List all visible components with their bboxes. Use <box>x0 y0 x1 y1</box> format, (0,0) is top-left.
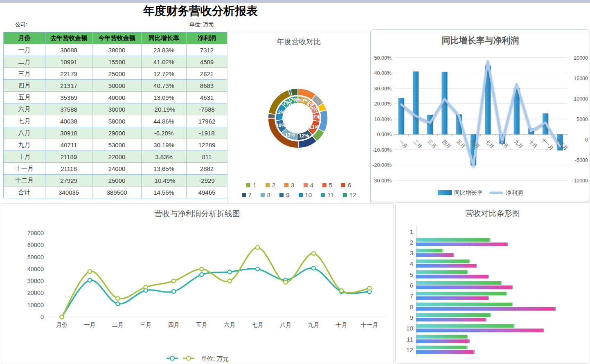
legend-swatch-icon <box>279 193 284 197</box>
table-header-cell[interactable]: 净利润 <box>187 32 227 44</box>
table-cell[interactable]: -20.19% <box>142 103 187 115</box>
table-cell[interactable]: -1918 <box>187 127 227 139</box>
table-cell[interactable]: 40038 <box>45 115 92 127</box>
table-cell[interactable]: 7312 <box>187 44 227 56</box>
table-cell[interactable]: 12289 <box>187 139 227 151</box>
finance-table[interactable]: 月份去年营收金额今年营收金额同比增长率净利润 一月306883800023.83… <box>3 32 227 198</box>
legend-swatch-icon <box>246 183 250 187</box>
table-header-cell[interactable]: 今年营收金额 <box>92 32 142 44</box>
svg-text:-30.00%: -30.00% <box>372 178 392 184</box>
table-cell[interactable]: 29000 <box>92 127 142 139</box>
table-cell[interactable]: 44.86% <box>142 115 187 127</box>
table-cell[interactable]: -6.20% <box>142 127 187 139</box>
table-cell[interactable]: 40.73% <box>142 80 187 92</box>
svg-text:40.00%: 40.00% <box>374 70 392 76</box>
svg-text:净利润: 净利润 <box>506 189 523 196</box>
table-cell[interactable]: 22000 <box>92 151 142 163</box>
table-cell[interactable]: 八月 <box>4 127 45 139</box>
table-cell[interactable]: 13.65% <box>142 163 187 175</box>
donut-legend-item: 7 <box>242 191 252 198</box>
table-cell[interactable]: 4509 <box>187 56 227 68</box>
table-cell[interactable]: 四月 <box>4 80 45 92</box>
table-cell[interactable]: 38000 <box>92 44 142 56</box>
table-cell[interactable]: 十月 <box>4 151 45 163</box>
svg-text:13%: 13% <box>275 110 285 115</box>
hbar-chart-panel[interactable]: 营收对比条形图 123456789101112 <box>395 202 590 364</box>
table-cell[interactable]: 15500 <box>92 56 142 68</box>
table-cell[interactable]: -7588 <box>187 103 227 115</box>
table-cell[interactable]: 一月 <box>4 44 45 56</box>
table-cell[interactable]: 三月 <box>4 68 45 80</box>
table-cell[interactable]: 58000 <box>92 115 142 127</box>
legend-swatch-icon <box>266 183 270 187</box>
table-cell[interactable]: 35369 <box>45 92 92 103</box>
donut-chart-panel[interactable]: 年度营收对比 0%10%4%7%7%11%12%13%10%13%7%7% 12… <box>227 31 371 204</box>
table-cell[interactable]: 40711 <box>45 139 92 151</box>
legend-label: 12 <box>349 191 356 198</box>
table-header-cell[interactable]: 去年营收金额 <box>45 32 92 44</box>
line-chart-panel[interactable]: 营收与净利润分析折线图 7000060000500004000030000200… <box>1 203 394 364</box>
table-cell[interactable]: 53000 <box>92 139 142 151</box>
table-cell[interactable]: 30.19% <box>142 139 187 151</box>
table-cell[interactable]: 30688 <box>45 44 92 56</box>
table-cell[interactable]: 37588 <box>45 103 92 115</box>
combo-chart-panel[interactable]: 同比增长率与净利润 50.00%40.00%30.00%20.00%10.00%… <box>371 29 590 202</box>
svg-text:50000: 50000 <box>27 254 44 261</box>
table-cell[interactable]: 2882 <box>187 163 227 175</box>
table-cell[interactable]: 27929 <box>45 175 92 186</box>
table-cell[interactable]: 十二月 <box>4 175 45 186</box>
svg-text:10: 10 <box>406 325 414 332</box>
table-row: 七月400385800044.86%17962 <box>4 115 227 127</box>
table-cell[interactable]: 13.09% <box>142 92 187 103</box>
table-cell[interactable]: 41.02% <box>142 56 187 68</box>
legend-swatch-icon <box>299 193 303 197</box>
table-cell[interactable]: 389500 <box>92 186 142 198</box>
table-cell[interactable]: 811 <box>187 151 227 163</box>
table-cell[interactable]: 22179 <box>45 68 92 80</box>
table-cell[interactable]: 五月 <box>4 92 45 103</box>
svg-text:-20.00%: -20.00% <box>372 162 392 168</box>
table-cell[interactable]: 25000 <box>92 175 142 186</box>
table-row: 四月213173000040.73%8683 <box>4 80 227 92</box>
table-cell[interactable]: 十一月 <box>4 163 45 175</box>
page-title: 年度财务营收分析报表 <box>98 3 303 19</box>
table-cell[interactable]: 40000 <box>92 92 142 103</box>
table-cell[interactable]: 4631 <box>187 92 227 103</box>
table-cell[interactable]: 12.72% <box>142 68 187 80</box>
table-cell[interactable]: 21118 <box>45 163 92 175</box>
table-cell[interactable]: 30000 <box>92 80 142 92</box>
table-cell[interactable]: 30000 <box>92 103 142 115</box>
table-cell[interactable]: 21317 <box>45 80 92 92</box>
donut-legend-item: 1 <box>246 182 256 189</box>
table-cell[interactable]: 17962 <box>187 115 227 127</box>
table-cell[interactable]: 25000 <box>92 68 142 80</box>
table-cell[interactable]: 14.55% <box>142 186 187 198</box>
svg-text:同比增长率: 同比增长率 <box>454 189 483 196</box>
table-cell[interactable]: -2929 <box>187 175 227 186</box>
table-header-cell[interactable]: 月份 <box>4 32 45 44</box>
table-cell[interactable]: 二月 <box>4 56 45 68</box>
svg-text:4: 4 <box>410 260 413 267</box>
table-cell[interactable]: 2821 <box>187 68 227 80</box>
table-cell[interactable]: 24000 <box>92 163 142 175</box>
table-row: 八月3091829000-6.20%-1918 <box>4 127 227 139</box>
table-cell[interactable]: 23.83% <box>142 44 187 56</box>
table-cell[interactable]: 九月 <box>4 139 45 151</box>
table-cell[interactable]: 合计 <box>4 186 45 198</box>
table-cell[interactable]: 8683 <box>187 80 227 92</box>
legend-label: 10 <box>305 191 312 198</box>
svg-text:7%: 7% <box>283 100 290 106</box>
svg-text:40000: 40000 <box>27 266 44 272</box>
table-cell[interactable]: 49465 <box>187 186 227 198</box>
window-top-strip <box>0 0 590 3</box>
table-header-cell[interactable]: 同比增长率 <box>142 32 187 44</box>
table-cell[interactable]: 10991 <box>45 56 92 68</box>
table-cell[interactable]: -10.49% <box>142 175 187 186</box>
table-cell[interactable]: 六月 <box>4 103 45 115</box>
table-cell[interactable]: 30918 <box>45 127 92 139</box>
table-cell[interactable]: 21189 <box>45 151 92 163</box>
table-cell[interactable]: 340035 <box>45 186 92 198</box>
table-cell[interactable]: 3.83% <box>142 151 187 163</box>
svg-text:9: 9 <box>410 314 413 321</box>
table-cell[interactable]: 七月 <box>4 115 45 127</box>
